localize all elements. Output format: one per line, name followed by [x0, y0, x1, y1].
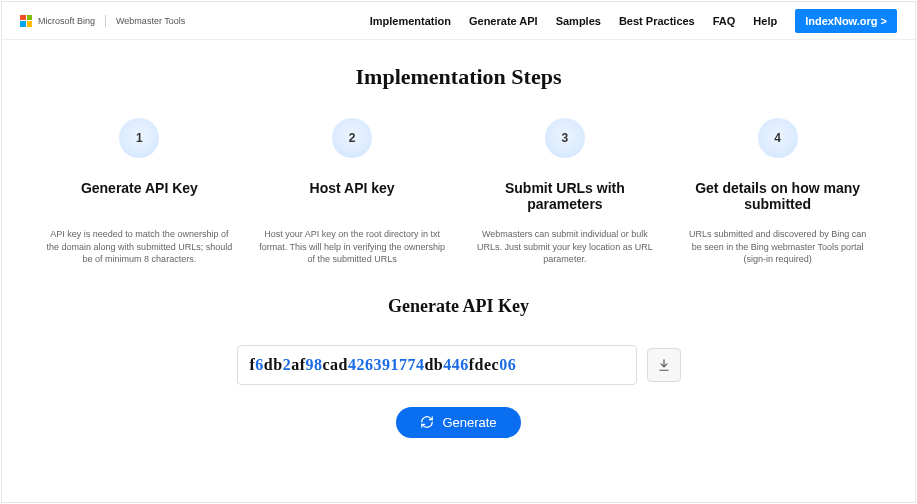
step-desc: URLs submitted and discovered by Bing ca…	[680, 228, 875, 266]
step-badge: 1	[119, 118, 159, 158]
step-title: Host API key	[255, 180, 450, 216]
nav-help[interactable]: Help	[753, 15, 777, 27]
nav-faq[interactable]: FAQ	[713, 15, 736, 27]
header: Microsoft Bing Webmaster Tools Implement…	[2, 2, 915, 40]
step-title: Get details on how many submitted	[680, 180, 875, 216]
nav-implementation[interactable]: Implementation	[370, 15, 451, 27]
step-3: 3 Submit URLs with parameters Webmasters…	[464, 118, 667, 266]
step-badge: 4	[758, 118, 798, 158]
step-4: 4 Get details on how many submitted URLs…	[676, 118, 879, 266]
download-button[interactable]	[647, 348, 681, 382]
refresh-icon	[420, 415, 434, 429]
step-2: 2 Host API key Host your API key on the …	[251, 118, 454, 266]
top-nav: Implementation Generate API Samples Best…	[370, 9, 897, 33]
nav-best-practices[interactable]: Best Practices	[619, 15, 695, 27]
nav-generate-api[interactable]: Generate API	[469, 15, 538, 27]
api-key-display[interactable]: f6db2af98cad426391774db446fdec06	[237, 345, 637, 385]
microsoft-logo-icon	[20, 15, 32, 27]
step-desc: Webmasters can submit individual or bulk…	[468, 228, 663, 266]
download-icon	[657, 358, 671, 372]
step-desc: API key is needed to match the ownership…	[42, 228, 237, 266]
brand-product: Webmaster Tools	[116, 16, 185, 26]
main: Implementation Steps 1 Generate API Key …	[2, 40, 915, 502]
step-badge: 2	[332, 118, 372, 158]
brand-divider	[105, 15, 106, 27]
generate-button-label: Generate	[442, 415, 496, 430]
step-desc: Host your API key on the root directory …	[255, 228, 450, 266]
step-badge: 3	[545, 118, 585, 158]
brand: Microsoft Bing Webmaster Tools	[20, 15, 185, 27]
nav-samples[interactable]: Samples	[556, 15, 601, 27]
generate-button-row: Generate	[38, 407, 879, 438]
step-title: Generate API Key	[42, 180, 237, 216]
brand-name: Microsoft Bing	[38, 16, 95, 26]
page-title: Implementation Steps	[38, 64, 879, 90]
nav-cta-indexnow[interactable]: IndexNow.org >	[795, 9, 897, 33]
steps-row: 1 Generate API Key API key is needed to …	[38, 118, 879, 266]
step-1: 1 Generate API Key API key is needed to …	[38, 118, 241, 266]
step-title: Submit URLs with parameters	[468, 180, 663, 216]
generate-button[interactable]: Generate	[396, 407, 520, 438]
api-key-row: f6db2af98cad426391774db446fdec06	[38, 345, 879, 385]
generate-title: Generate API Key	[38, 296, 879, 317]
